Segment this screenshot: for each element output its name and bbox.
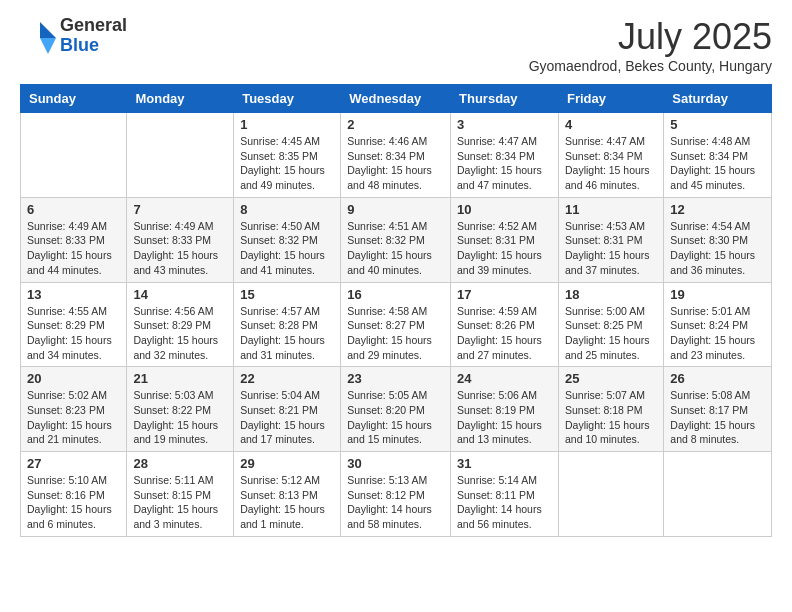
day-info: Sunrise: 5:14 AMSunset: 8:11 PMDaylight:… — [457, 473, 552, 532]
day-number: 26 — [670, 371, 765, 386]
logo-general-text: General — [60, 16, 127, 36]
day-number: 29 — [240, 456, 334, 471]
day-info: Sunrise: 4:57 AMSunset: 8:28 PMDaylight:… — [240, 304, 334, 363]
day-info: Sunrise: 4:52 AMSunset: 8:31 PMDaylight:… — [457, 219, 552, 278]
day-number: 24 — [457, 371, 552, 386]
calendar-cell: 29Sunrise: 5:12 AMSunset: 8:13 PMDayligh… — [234, 452, 341, 537]
day-info: Sunrise: 5:02 AMSunset: 8:23 PMDaylight:… — [27, 388, 120, 447]
day-number: 8 — [240, 202, 334, 217]
day-number: 5 — [670, 117, 765, 132]
logo-blue-text: Blue — [60, 36, 127, 56]
day-number: 25 — [565, 371, 657, 386]
day-info: Sunrise: 4:45 AMSunset: 8:35 PMDaylight:… — [240, 134, 334, 193]
calendar-cell: 23Sunrise: 5:05 AMSunset: 8:20 PMDayligh… — [341, 367, 451, 452]
calendar-cell: 18Sunrise: 5:00 AMSunset: 8:25 PMDayligh… — [558, 282, 663, 367]
weekday-header-thursday: Thursday — [451, 85, 559, 113]
calendar-cell — [21, 113, 127, 198]
title-area: July 2025 Gyomaendrod, Bekes County, Hun… — [529, 16, 772, 74]
calendar-cell: 19Sunrise: 5:01 AMSunset: 8:24 PMDayligh… — [664, 282, 772, 367]
day-info: Sunrise: 5:11 AMSunset: 8:15 PMDaylight:… — [133, 473, 227, 532]
day-number: 10 — [457, 202, 552, 217]
calendar-cell: 16Sunrise: 4:58 AMSunset: 8:27 PMDayligh… — [341, 282, 451, 367]
calendar-week-5: 27Sunrise: 5:10 AMSunset: 8:16 PMDayligh… — [21, 452, 772, 537]
calendar-cell: 9Sunrise: 4:51 AMSunset: 8:32 PMDaylight… — [341, 197, 451, 282]
day-number: 14 — [133, 287, 227, 302]
calendar-cell: 12Sunrise: 4:54 AMSunset: 8:30 PMDayligh… — [664, 197, 772, 282]
calendar-table: SundayMondayTuesdayWednesdayThursdayFrid… — [20, 84, 772, 537]
weekday-header-sunday: Sunday — [21, 85, 127, 113]
calendar-week-2: 6Sunrise: 4:49 AMSunset: 8:33 PMDaylight… — [21, 197, 772, 282]
calendar-cell: 8Sunrise: 4:50 AMSunset: 8:32 PMDaylight… — [234, 197, 341, 282]
day-number: 16 — [347, 287, 444, 302]
day-info: Sunrise: 5:03 AMSunset: 8:22 PMDaylight:… — [133, 388, 227, 447]
calendar-cell: 21Sunrise: 5:03 AMSunset: 8:22 PMDayligh… — [127, 367, 234, 452]
day-number: 3 — [457, 117, 552, 132]
day-number: 15 — [240, 287, 334, 302]
calendar-header-row: SundayMondayTuesdayWednesdayThursdayFrid… — [21, 85, 772, 113]
calendar-cell: 24Sunrise: 5:06 AMSunset: 8:19 PMDayligh… — [451, 367, 559, 452]
day-number: 6 — [27, 202, 120, 217]
calendar-cell: 30Sunrise: 5:13 AMSunset: 8:12 PMDayligh… — [341, 452, 451, 537]
day-info: Sunrise: 4:55 AMSunset: 8:29 PMDaylight:… — [27, 304, 120, 363]
weekday-header-saturday: Saturday — [664, 85, 772, 113]
day-number: 20 — [27, 371, 120, 386]
day-info: Sunrise: 5:04 AMSunset: 8:21 PMDaylight:… — [240, 388, 334, 447]
day-number: 21 — [133, 371, 227, 386]
day-info: Sunrise: 4:58 AMSunset: 8:27 PMDaylight:… — [347, 304, 444, 363]
day-info: Sunrise: 5:05 AMSunset: 8:20 PMDaylight:… — [347, 388, 444, 447]
day-info: Sunrise: 5:10 AMSunset: 8:16 PMDaylight:… — [27, 473, 120, 532]
day-number: 27 — [27, 456, 120, 471]
day-info: Sunrise: 4:50 AMSunset: 8:32 PMDaylight:… — [240, 219, 334, 278]
calendar-week-4: 20Sunrise: 5:02 AMSunset: 8:23 PMDayligh… — [21, 367, 772, 452]
day-number: 19 — [670, 287, 765, 302]
day-info: Sunrise: 4:49 AMSunset: 8:33 PMDaylight:… — [133, 219, 227, 278]
calendar-cell: 13Sunrise: 4:55 AMSunset: 8:29 PMDayligh… — [21, 282, 127, 367]
month-title: July 2025 — [529, 16, 772, 58]
calendar-cell: 3Sunrise: 4:47 AMSunset: 8:34 PMDaylight… — [451, 113, 559, 198]
day-info: Sunrise: 4:49 AMSunset: 8:33 PMDaylight:… — [27, 219, 120, 278]
calendar-cell: 20Sunrise: 5:02 AMSunset: 8:23 PMDayligh… — [21, 367, 127, 452]
logo-icon — [20, 18, 56, 54]
calendar-cell: 14Sunrise: 4:56 AMSunset: 8:29 PMDayligh… — [127, 282, 234, 367]
day-number: 17 — [457, 287, 552, 302]
calendar-cell: 25Sunrise: 5:07 AMSunset: 8:18 PMDayligh… — [558, 367, 663, 452]
calendar-cell: 5Sunrise: 4:48 AMSunset: 8:34 PMDaylight… — [664, 113, 772, 198]
calendar-cell: 26Sunrise: 5:08 AMSunset: 8:17 PMDayligh… — [664, 367, 772, 452]
day-info: Sunrise: 4:51 AMSunset: 8:32 PMDaylight:… — [347, 219, 444, 278]
logo: General Blue — [20, 16, 127, 56]
calendar-cell: 7Sunrise: 4:49 AMSunset: 8:33 PMDaylight… — [127, 197, 234, 282]
day-number: 11 — [565, 202, 657, 217]
day-info: Sunrise: 4:56 AMSunset: 8:29 PMDaylight:… — [133, 304, 227, 363]
weekday-header-wednesday: Wednesday — [341, 85, 451, 113]
day-info: Sunrise: 5:08 AMSunset: 8:17 PMDaylight:… — [670, 388, 765, 447]
day-number: 2 — [347, 117, 444, 132]
day-info: Sunrise: 4:48 AMSunset: 8:34 PMDaylight:… — [670, 134, 765, 193]
calendar-cell: 15Sunrise: 4:57 AMSunset: 8:28 PMDayligh… — [234, 282, 341, 367]
calendar-cell: 31Sunrise: 5:14 AMSunset: 8:11 PMDayligh… — [451, 452, 559, 537]
day-info: Sunrise: 4:46 AMSunset: 8:34 PMDaylight:… — [347, 134, 444, 193]
day-info: Sunrise: 4:47 AMSunset: 8:34 PMDaylight:… — [457, 134, 552, 193]
day-number: 23 — [347, 371, 444, 386]
calendar-cell — [558, 452, 663, 537]
day-number: 18 — [565, 287, 657, 302]
calendar-cell — [664, 452, 772, 537]
day-number: 9 — [347, 202, 444, 217]
day-info: Sunrise: 4:47 AMSunset: 8:34 PMDaylight:… — [565, 134, 657, 193]
day-info: Sunrise: 4:54 AMSunset: 8:30 PMDaylight:… — [670, 219, 765, 278]
day-number: 12 — [670, 202, 765, 217]
header: General Blue July 2025 Gyomaendrod, Beke… — [20, 16, 772, 74]
weekday-header-friday: Friday — [558, 85, 663, 113]
calendar-cell: 17Sunrise: 4:59 AMSunset: 8:26 PMDayligh… — [451, 282, 559, 367]
calendar-cell: 11Sunrise: 4:53 AMSunset: 8:31 PMDayligh… — [558, 197, 663, 282]
day-number: 7 — [133, 202, 227, 217]
day-number: 1 — [240, 117, 334, 132]
calendar-cell: 2Sunrise: 4:46 AMSunset: 8:34 PMDaylight… — [341, 113, 451, 198]
logo-text: General Blue — [60, 16, 127, 56]
day-info: Sunrise: 5:13 AMSunset: 8:12 PMDaylight:… — [347, 473, 444, 532]
calendar-week-1: 1Sunrise: 4:45 AMSunset: 8:35 PMDaylight… — [21, 113, 772, 198]
weekday-header-tuesday: Tuesday — [234, 85, 341, 113]
day-number: 13 — [27, 287, 120, 302]
day-number: 30 — [347, 456, 444, 471]
day-info: Sunrise: 4:53 AMSunset: 8:31 PMDaylight:… — [565, 219, 657, 278]
calendar-cell: 22Sunrise: 5:04 AMSunset: 8:21 PMDayligh… — [234, 367, 341, 452]
